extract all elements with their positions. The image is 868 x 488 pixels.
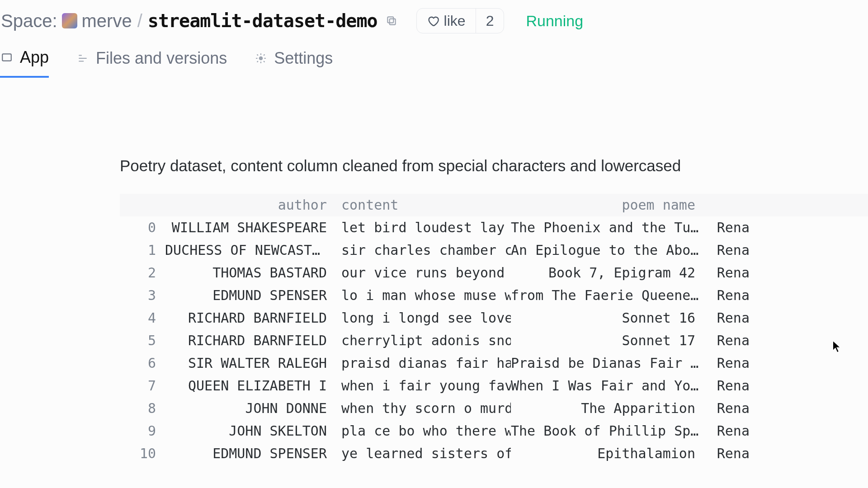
- cell-content[interactable]: lo i man whose muse wh…: [332, 284, 511, 307]
- cell-author[interactable]: EDMUND SPENSER: [165, 442, 332, 465]
- tab-settings-label: Settings: [274, 49, 333, 68]
- owner-link[interactable]: merve: [82, 11, 132, 31]
- gear-icon: [254, 52, 268, 65]
- dataframe[interactable]: . author content poem name 0WILLIAM SHAK…: [120, 194, 868, 465]
- table-row[interactable]: 2THOMAS BASTARDour vice runs beyond o…Bo…: [120, 262, 868, 284]
- svg-point-3: [259, 57, 263, 60]
- cell-poem[interactable]: The Book of Phillip Sp…: [511, 420, 701, 442]
- cell-author[interactable]: QUEEN ELIZABETH I: [165, 375, 332, 397]
- row-index: 1: [120, 239, 165, 262]
- tab-app-label: App: [20, 48, 49, 67]
- space-header: Space: merve / streamlit-dataset-demo li…: [0, 0, 868, 40]
- table-row[interactable]: 0WILLIAM SHAKESPEARElet bird loudest lay…: [120, 216, 868, 239]
- svg-rect-1: [387, 17, 393, 23]
- cell-content[interactable]: when thy scorn o murdr…: [332, 397, 511, 420]
- cell-author[interactable]: RICHARD BARNFIELD: [165, 329, 332, 352]
- cell-tail[interactable]: Rena: [701, 216, 755, 239]
- row-index: 8: [120, 397, 165, 420]
- heart-icon: [427, 14, 439, 27]
- cell-tail[interactable]: Rena: [701, 262, 755, 284]
- table-row[interactable]: 10EDMUND SPENSERye learned sisters oft…E…: [120, 442, 868, 465]
- owner-avatar[interactable]: [62, 13, 77, 28]
- table-row[interactable]: 8JOHN DONNEwhen thy scorn o murdr…The Ap…: [120, 397, 868, 420]
- path-separator: /: [137, 11, 143, 31]
- svg-rect-0: [389, 19, 395, 25]
- table-row[interactable]: 5RICHARD BARNFIELDcherrylipt adonis snow…: [120, 329, 868, 352]
- cell-content[interactable]: ye learned sisters oft…: [332, 442, 511, 465]
- cell-poem[interactable]: Praisd be Dianas Fair …: [511, 352, 701, 375]
- like-box: like 2: [416, 8, 505, 33]
- like-label: like: [444, 13, 466, 29]
- table-row[interactable]: 6SIR WALTER RALEGHpraisd dianas fair har…: [120, 352, 868, 375]
- table-row[interactable]: 1DUCHESS OF NEWCASTLE …sir charles chamb…: [120, 239, 868, 262]
- cell-author[interactable]: JOHN DONNE: [165, 397, 332, 420]
- col-content-header[interactable]: content: [332, 194, 511, 216]
- cell-content[interactable]: our vice runs beyond o…: [332, 262, 511, 284]
- cell-content[interactable]: let bird loudest lay o…: [332, 216, 511, 239]
- cell-author[interactable]: THOMAS BASTARD: [165, 262, 332, 284]
- cell-content[interactable]: long i longd see love …: [332, 307, 511, 329]
- cell-content[interactable]: cherrylipt adonis snow…: [332, 329, 511, 352]
- cell-tail[interactable]: Rena: [701, 442, 755, 465]
- row-index: 0: [120, 216, 165, 239]
- col-tail-header: [701, 194, 755, 216]
- dataset-caption: Poetry dataset, content column cleaned f…: [120, 157, 868, 175]
- cell-tail[interactable]: Rena: [701, 329, 755, 352]
- row-index: 6: [120, 352, 165, 375]
- space-label: Space:: [1, 11, 57, 31]
- cell-poem[interactable]: Sonnet 16: [511, 307, 701, 329]
- cell-tail[interactable]: Rena: [701, 239, 755, 262]
- cell-poem[interactable]: The Apparition: [511, 397, 701, 420]
- like-count[interactable]: 2: [476, 9, 504, 33]
- tabs: App Files and versions Settings: [0, 40, 868, 78]
- app-content: Poetry dataset, content column cleaned f…: [0, 78, 868, 465]
- tab-app[interactable]: App: [0, 48, 49, 78]
- row-index: 5: [120, 329, 165, 352]
- cell-tail[interactable]: Rena: [701, 307, 755, 329]
- tab-files-label: Files and versions: [96, 49, 227, 68]
- table-row[interactable]: 7QUEEN ELIZABETH Iwhen i fair young favo…: [120, 375, 868, 397]
- cell-poem[interactable]: from The Faerie Queene…: [511, 284, 701, 307]
- cell-poem[interactable]: Book 7, Epigram 42: [511, 262, 701, 284]
- table-row[interactable]: 4RICHARD BARNFIELDlong i longd see love …: [120, 307, 868, 329]
- cell-poem[interactable]: An Epilogue to the Abo…: [511, 239, 701, 262]
- cell-poem[interactable]: Sonnet 17: [511, 329, 701, 352]
- table-row[interactable]: 9JOHN SKELTONpla ce bo who there wh…The …: [120, 420, 868, 442]
- cell-author[interactable]: WILLIAM SHAKESPEARE: [165, 216, 332, 239]
- row-index: 10: [120, 442, 165, 465]
- dataframe-header: . author content poem name: [120, 194, 868, 216]
- svg-rect-2: [2, 54, 11, 61]
- cell-tail[interactable]: Rena: [701, 284, 755, 307]
- cell-content[interactable]: sir charles chamber co…: [332, 239, 511, 262]
- cell-content[interactable]: when i fair young favo…: [332, 375, 511, 397]
- row-index: 7: [120, 375, 165, 397]
- cell-author[interactable]: EDMUND SPENSER: [165, 284, 332, 307]
- cell-tail[interactable]: Rena: [701, 352, 755, 375]
- like-button[interactable]: like: [417, 9, 476, 33]
- status-running: Running: [526, 12, 583, 30]
- table-row[interactable]: 3EDMUND SPENSERlo i man whose muse wh…fr…: [120, 284, 868, 307]
- cell-content[interactable]: praisd dianas fair har…: [332, 352, 511, 375]
- cell-author[interactable]: JOHN SKELTON: [165, 420, 332, 442]
- cell-author[interactable]: RICHARD BARNFIELD: [165, 307, 332, 329]
- col-poem-header[interactable]: poem name: [511, 194, 701, 216]
- tab-files[interactable]: Files and versions: [76, 49, 227, 77]
- repo-name[interactable]: streamlit-dataset-demo: [148, 10, 377, 31]
- files-icon: [76, 52, 90, 65]
- col-author-header[interactable]: author: [165, 194, 332, 216]
- cell-author[interactable]: DUCHESS OF NEWCASTLE …: [165, 239, 332, 262]
- cell-tail[interactable]: Rena: [701, 397, 755, 420]
- cell-poem[interactable]: Epithalamion: [511, 442, 701, 465]
- cell-tail[interactable]: Rena: [701, 420, 755, 442]
- row-index: 2: [120, 262, 165, 284]
- cell-poem[interactable]: When I Was Fair and Yo…: [511, 375, 701, 397]
- row-index: 3: [120, 284, 165, 307]
- row-index: 4: [120, 307, 165, 329]
- cell-poem[interactable]: The Phoenix and the Tu…: [511, 216, 701, 239]
- tab-settings[interactable]: Settings: [254, 49, 333, 77]
- copy-icon[interactable]: [385, 14, 398, 28]
- row-index: 9: [120, 420, 165, 442]
- cell-tail[interactable]: Rena: [701, 375, 755, 397]
- cell-author[interactable]: SIR WALTER RALEGH: [165, 352, 332, 375]
- cell-content[interactable]: pla ce bo who there wh…: [332, 420, 511, 442]
